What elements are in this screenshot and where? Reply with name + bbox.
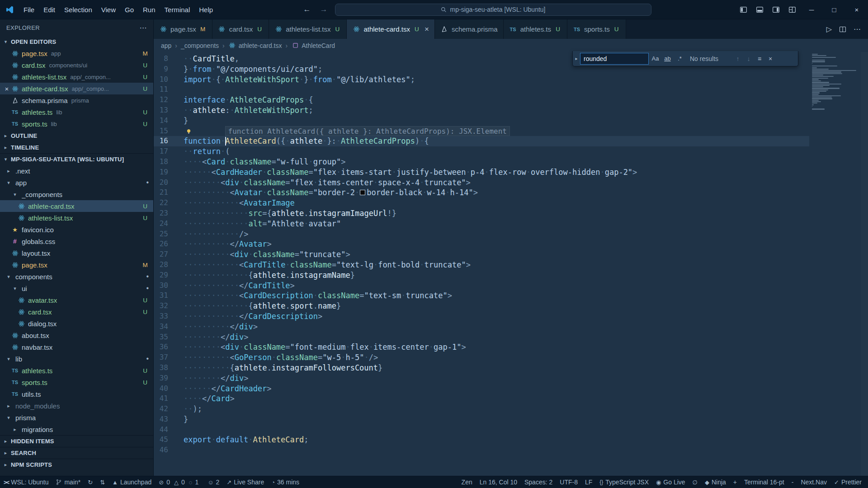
tab-athlete-card-tsx[interactable]: athlete-card.tsxU× bbox=[347, 19, 434, 39]
close-icon[interactable]: × bbox=[3, 85, 11, 93]
file-card-tsx[interactable]: card.tsxU bbox=[0, 306, 153, 318]
file-utils-ts[interactable]: TSutils.ts bbox=[0, 388, 153, 400]
folder-components[interactable]: ▾_components bbox=[0, 188, 153, 200]
regex-icon[interactable]: .* bbox=[674, 53, 685, 64]
menu-selection[interactable]: Selection bbox=[60, 4, 97, 16]
tab-page-tsx[interactable]: page.tsxM bbox=[154, 19, 212, 39]
file-sports-ts[interactable]: TSsports.tsU bbox=[0, 376, 153, 388]
customize-layout-icon[interactable] bbox=[784, 0, 800, 19]
encoding[interactable]: UTF-8 bbox=[556, 476, 581, 488]
file-dialog-tsx[interactable]: dialog.tsx bbox=[0, 318, 153, 329]
terminal-font-decrease[interactable]: - bbox=[788, 476, 797, 488]
code-line-40[interactable]: 40······</CardHeader> bbox=[154, 384, 809, 394]
maximize-button[interactable]: □ bbox=[823, 0, 845, 19]
code-line-21[interactable]: 21··········<Avatar·className="border-2·… bbox=[154, 188, 809, 198]
cursor-position[interactable]: Ln 16, Col 10 bbox=[476, 476, 521, 488]
section-open-editors[interactable]: ▾ OPEN EDITORS bbox=[0, 36, 153, 47]
file-page-tsx[interactable]: page.tsxM bbox=[0, 259, 153, 271]
code-line-38[interactable]: 38··········{athlete.instagramFollowersC… bbox=[154, 363, 809, 373]
code-line-46[interactable]: 46 bbox=[154, 445, 809, 455]
git-branch[interactable]: main* bbox=[52, 476, 84, 488]
section-npm-scripts[interactable]: ▸ NPM SCRIPTS bbox=[0, 459, 153, 470]
code-line-36[interactable]: 36········<div·className="font-medium·fl… bbox=[154, 342, 809, 352]
code-line-39[interactable]: 39········</div> bbox=[154, 373, 809, 384]
code-line-22[interactable]: 22············<AvatarImage bbox=[154, 198, 809, 208]
code-line-33[interactable]: 33············</CardDescription> bbox=[154, 311, 809, 322]
code-line-32[interactable]: 32··············{athlete.sport.name} bbox=[154, 301, 809, 311]
code-line-12[interactable]: 12interface·AthleteCardProps·{ bbox=[154, 95, 809, 105]
menu-run[interactable]: Run bbox=[138, 4, 160, 16]
language-mode[interactable]: {}TypeScript JSX bbox=[596, 476, 652, 488]
menu-help[interactable]: Help bbox=[194, 4, 217, 16]
code-line-20[interactable]: 20········<div·className="flex·items-cen… bbox=[154, 178, 809, 188]
ninja[interactable]: ◆Ninja bbox=[701, 476, 730, 488]
next-nav[interactable]: Next.Nav bbox=[797, 476, 830, 488]
session-time[interactable]: ◔36 mins bbox=[268, 476, 303, 488]
zen-mode[interactable]: Zen bbox=[458, 476, 476, 488]
eol[interactable]: LF bbox=[581, 476, 596, 488]
section-hidden-items[interactable]: ▸ HIDDEN ITEMS bbox=[0, 435, 153, 447]
code-line-37[interactable]: 37··········<GoPerson·className="w-5·h-5… bbox=[154, 352, 809, 363]
go-live[interactable]: ◉Go Live bbox=[652, 476, 689, 488]
live-share[interactable]: ↗Live Share bbox=[223, 476, 268, 488]
menu-file[interactable]: File bbox=[19, 4, 39, 16]
terminal-font-increase[interactable]: + bbox=[730, 476, 741, 488]
tab-athletes-list-tsx[interactable]: athletes-list.tsxU bbox=[269, 19, 347, 39]
forward-icon[interactable]: → bbox=[318, 5, 330, 14]
toggle-replace-icon[interactable]: ▸ bbox=[573, 51, 580, 66]
breadcrumb-athletecard[interactable]: AthleteCard bbox=[291, 42, 335, 50]
more-actions-icon[interactable]: ⋯ bbox=[140, 23, 147, 32]
split-editor-icon[interactable] bbox=[839, 26, 846, 33]
open-editor-sports-ts[interactable]: TSsports.tslibU bbox=[0, 118, 153, 130]
code-line-42[interactable]: 42··); bbox=[154, 404, 809, 414]
section-search[interactable]: ▸ SEARCH bbox=[0, 447, 153, 459]
folder-prisma[interactable]: ▾prisma bbox=[0, 412, 153, 423]
code-line-19[interactable]: 19······<CardHeader·className="flex·item… bbox=[154, 167, 809, 178]
folder-app[interactable]: ▾app• bbox=[0, 177, 153, 188]
code-line-34[interactable]: 34··········</div> bbox=[154, 322, 809, 332]
tab-schema-prisma[interactable]: schema.prisma bbox=[435, 19, 504, 39]
code-line-18[interactable]: 18····<Card·className="w-full·group"> bbox=[154, 157, 809, 167]
code-line-23[interactable]: 23··············src={athlete.instagramIm… bbox=[154, 208, 809, 219]
menu-edit[interactable]: Edit bbox=[39, 4, 60, 16]
file-favicon-ico[interactable]: ★favicon.ico bbox=[0, 224, 153, 235]
breadcrumb-components[interactable]: _components bbox=[181, 42, 219, 49]
liveshare-participants[interactable]: ☺2 bbox=[204, 476, 223, 488]
code-line-16[interactable]: 16function·AthleteCard({·athlete·}:·Athl… bbox=[154, 136, 809, 146]
toggle-panel-right-icon[interactable] bbox=[768, 0, 784, 19]
close-icon[interactable]: × bbox=[765, 53, 776, 64]
code-line-10[interactable]: 10import·{·AthleteWithSport·}·from·"@/li… bbox=[154, 75, 809, 85]
tab-sports-ts[interactable]: TSsports.tsU bbox=[567, 19, 626, 39]
folder-next[interactable]: ▸.next bbox=[0, 165, 153, 177]
file-athletes-list-tsx[interactable]: athletes-list.tsxU bbox=[0, 212, 153, 224]
code-line-43[interactable]: 43} bbox=[154, 414, 809, 425]
problems[interactable]: ⊘0△0◌1 bbox=[155, 476, 204, 488]
open-editor-card-tsx[interactable]: card.tsxcomponents/uiU bbox=[0, 59, 153, 71]
breadcrumb-app[interactable]: app bbox=[161, 42, 171, 49]
menu-go[interactable]: Go bbox=[120, 4, 138, 16]
file-athlete-card-tsx[interactable]: athlete-card.tsxU bbox=[0, 200, 153, 212]
code-line-11[interactable]: 11 bbox=[154, 84, 809, 95]
open-editor-athletes-ts[interactable]: TSathletes.tslibU bbox=[0, 106, 153, 118]
close-button[interactable]: × bbox=[845, 0, 868, 19]
toggle-panel-bottom-icon[interactable] bbox=[751, 0, 768, 19]
terminal-font-size[interactable]: Terminal 16-pt bbox=[741, 476, 788, 488]
code-line-24[interactable]: 24··············alt="Athlete·avatar" bbox=[154, 219, 809, 229]
launchpad[interactable]: ▲Launchpad bbox=[108, 476, 155, 488]
tab-athletes-ts[interactable]: TSathletes.tsU bbox=[504, 19, 567, 39]
code-line-13[interactable]: 13··athlete:·AthleteWithSport; bbox=[154, 105, 809, 116]
folder-components[interactable]: ▾components• bbox=[0, 271, 153, 282]
file-avatar-tsx[interactable]: avatar.tsxU bbox=[0, 294, 153, 306]
find-in-selection-icon[interactable]: ≡ bbox=[754, 53, 765, 64]
code-line-35[interactable]: 35········</div> bbox=[154, 332, 809, 343]
command-center[interactable]: mp-siga-seu-atleta [WSL: Ubuntu] bbox=[335, 4, 651, 16]
extension-toggle[interactable]: ∅ bbox=[689, 476, 701, 488]
code-editor[interactable]: 8··CardTitle,9}·from·"@/components/ui/ca… bbox=[154, 52, 868, 476]
section-outline[interactable]: ▸ OUTLINE bbox=[0, 130, 153, 141]
minimize-button[interactable]: ─ bbox=[800, 0, 823, 19]
breadcrumb-athlete-card-tsx[interactable]: athlete-card.tsx bbox=[228, 42, 282, 50]
tab-card-tsx[interactable]: card.tsxU bbox=[212, 19, 269, 39]
close-icon[interactable]: × bbox=[425, 25, 429, 34]
prettier[interactable]: ✓Prettier bbox=[830, 476, 865, 488]
open-editor-schema-prisma[interactable]: schema.prismaprisma bbox=[0, 94, 153, 106]
